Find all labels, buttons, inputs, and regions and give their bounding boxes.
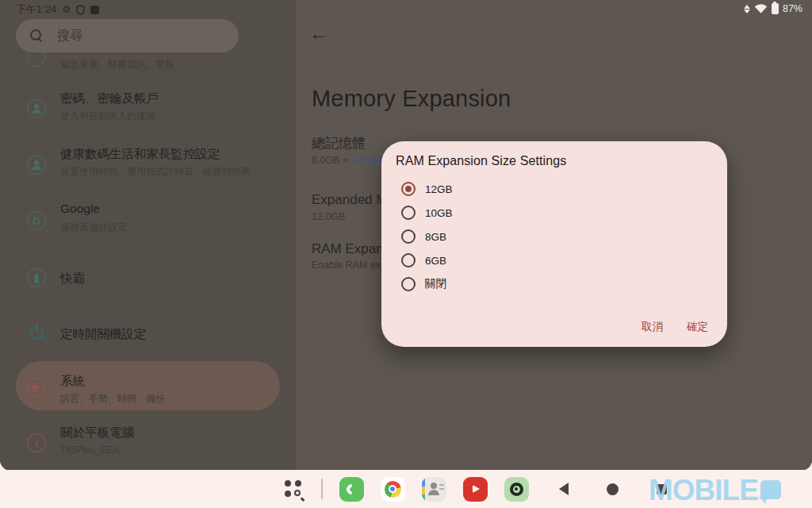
watermark: MOBILE <box>649 474 781 507</box>
radio-option-8gb[interactable]: 8GB <box>396 225 713 248</box>
radio-label: 6GB <box>425 255 446 267</box>
sidebar-item-title: 密碼、密鑰及帳戶 <box>60 90 159 107</box>
sidebar-item-subtitle: 緊急求救、醫療資訊、警報 <box>60 58 174 71</box>
system-icon <box>27 378 46 397</box>
total-memory-title: 總記憶體 <box>312 134 366 152</box>
battery-percent: 87% <box>783 3 802 14</box>
expanded-memory-value: 12.0GB <box>312 211 345 222</box>
power-schedule-icon <box>30 326 44 340</box>
radio-icon[interactable] <box>401 277 416 291</box>
search-bar[interactable]: 搜尋 <box>16 19 239 52</box>
ram-expansion-dialog: RAM Expansion Size Settings 12GB 10GB 8G… <box>381 141 727 347</box>
sidebar-item-subtitle: T65Plus_EEA <box>60 444 120 456</box>
dialog-options: 12GB 10GB 8GB 6GB 關閉 <box>396 177 713 296</box>
ram-expanded-value: 12.0GB <box>351 155 385 166</box>
passwords-accounts-icon <box>27 99 46 118</box>
screen: 下午1:24 ⚙ 搜尋 緊急求救、醫療資訊、警報 密碼、密鑰及帳戶 登入和自動填… <box>0 0 812 508</box>
dock-divider <box>321 479 323 499</box>
radio-label: 關閉 <box>425 277 446 291</box>
sidebar-item-subtitle: 登入和自動填入的建議 <box>60 110 155 123</box>
search-placeholder: 搜尋 <box>57 28 82 44</box>
app-drawer-search-icon[interactable] <box>284 479 304 499</box>
info-icon: i <box>27 433 46 452</box>
sidebar-item-subtitle: 服務及偏好設定 <box>60 221 127 234</box>
app-square-icon <box>90 6 99 14</box>
sidebar-item-subtitle: 裝置使用時間、應用程式計時器、睡覺時間表 <box>60 165 251 179</box>
page-title: Memory Expansion <box>312 86 511 112</box>
sidebar-item-title: 定時開關機設定 <box>60 326 147 343</box>
dialog-title: RAM Expansion Size Settings <box>396 154 713 168</box>
sidebar-item-title: 關於平板電腦 <box>60 425 134 441</box>
radio-option-12gb[interactable]: 12GB <box>396 177 713 201</box>
gear-glyph <box>510 483 523 496</box>
ok-button[interactable]: 確定 <box>687 320 708 334</box>
dialog-buttons: 取消 確定 <box>642 320 708 334</box>
settings-app-icon[interactable] <box>504 477 529 502</box>
play-glyph <box>473 485 480 493</box>
sidebar-item-title: Google <box>60 202 100 216</box>
status-bar-right: 87% <box>744 3 802 14</box>
ram-base-value: 8.0GB + <box>312 155 351 166</box>
digital-wellbeing-icon <box>27 156 46 175</box>
contacts-app-icon[interactable] <box>422 477 446 502</box>
watermark-bubble-icon <box>760 480 781 499</box>
person-glyph <box>33 160 41 170</box>
radio-option-10gb[interactable]: 10GB <box>396 201 713 225</box>
total-memory-value: 8.0GB + 12.0GB <box>312 155 385 166</box>
phone-glyph <box>344 482 358 496</box>
data-updown-icon <box>744 5 750 13</box>
shield-icon <box>76 5 85 15</box>
paper-plane-glyph <box>31 382 42 393</box>
radio-label: 12GB <box>425 183 453 195</box>
radio-icon[interactable] <box>401 229 416 244</box>
contacts-lines <box>439 484 444 490</box>
nav-home-button[interactable] <box>607 483 619 495</box>
sidebar-item-title: 健康數碼生活和家長監控設定 <box>60 146 220 163</box>
google-icon: G <box>27 211 46 230</box>
radio-selected-icon[interactable] <box>401 182 416 196</box>
sidebar-item-title: 系統 <box>60 373 85 390</box>
youtube-app-icon[interactable] <box>463 477 488 502</box>
google-g-glyph: G <box>33 215 40 227</box>
sidebar-item-title: 快霸 <box>60 271 85 287</box>
cancel-button[interactable]: 取消 <box>642 320 663 334</box>
radio-icon[interactable] <box>401 206 416 220</box>
settings-sidebar: 下午1:24 ⚙ 搜尋 緊急求救、醫療資訊、警報 密碼、密鑰及帳戶 登入和自動填… <box>0 0 296 471</box>
rocket-icon <box>27 268 46 287</box>
back-button[interactable]: ← <box>309 24 328 43</box>
contacts-person-glyph <box>428 483 439 495</box>
status-time: 下午1:24 <box>16 2 56 17</box>
radio-icon[interactable] <box>401 253 416 267</box>
chrome-app-icon[interactable] <box>381 477 405 502</box>
nav-back-button[interactable] <box>559 483 569 495</box>
radio-label: 10GB <box>425 207 453 219</box>
contacts-stripe <box>422 477 425 502</box>
status-bar-left: 下午1:24 ⚙ <box>16 2 99 17</box>
person-glyph <box>33 104 41 114</box>
wifi-icon <box>754 3 768 14</box>
radio-label: 8GB <box>425 231 446 243</box>
search-icon <box>30 29 43 42</box>
phone-app-icon[interactable] <box>339 477 364 502</box>
radio-option-6gb[interactable]: 6GB <box>396 248 713 272</box>
sidebar-item-subtitle: 語言、手勢、時間、備份 <box>60 392 165 406</box>
watermark-text: MOBILE <box>649 474 758 507</box>
info-glyph: i <box>35 437 38 449</box>
gear-icon: ⚙ <box>62 5 71 14</box>
battery-icon <box>772 3 779 14</box>
chrome-glyph <box>385 481 401 498</box>
radio-option-off[interactable]: 關閉 <box>396 272 713 296</box>
